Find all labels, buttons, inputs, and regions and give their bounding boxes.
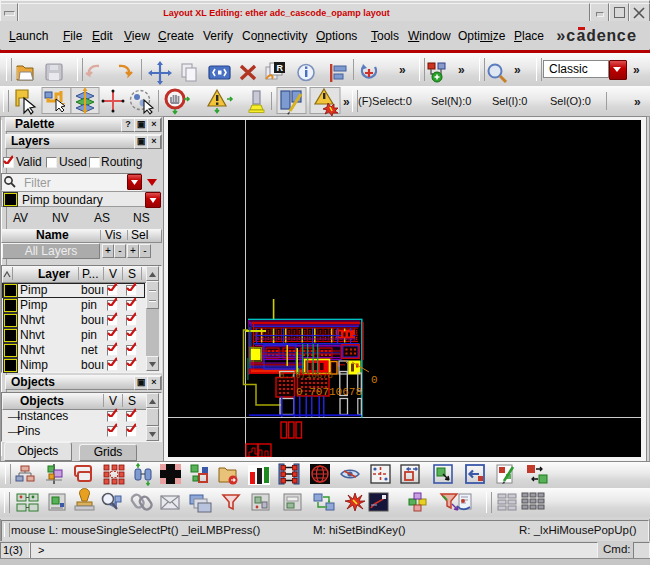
svg-text:0: 0 [371,374,378,386]
svg-text:R: R [277,63,284,73]
svg-text:0.70710678: 0.70710678 [279,371,333,381]
